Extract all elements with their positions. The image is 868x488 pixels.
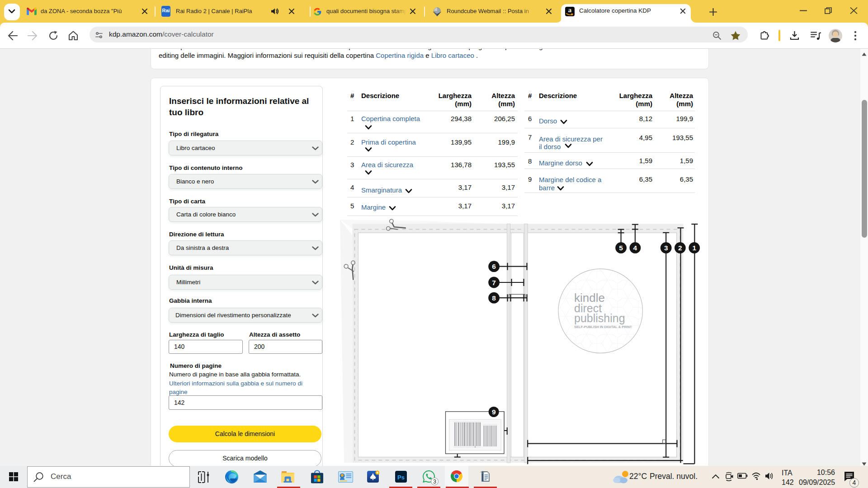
svg-text:6: 6 — [492, 263, 496, 270]
svg-text:7: 7 — [492, 279, 496, 286]
svg-text:1: 1 — [692, 244, 696, 252]
svg-text:5: 5 — [619, 244, 623, 252]
svg-text:3: 3 — [664, 244, 668, 252]
svg-text:Ps: Ps — [397, 474, 405, 481]
svg-text:publishing: publishing — [574, 312, 625, 324]
svg-text:8: 8 — [492, 294, 496, 302]
svg-text:9: 9 — [492, 408, 496, 416]
svg-text:2: 2 — [678, 244, 682, 252]
svg-text:4: 4 — [633, 244, 637, 252]
svg-text:SELF-PUBLISH IN DIGITAL & PRIN: SELF-PUBLISH IN DIGITAL & PRINT — [574, 325, 632, 329]
